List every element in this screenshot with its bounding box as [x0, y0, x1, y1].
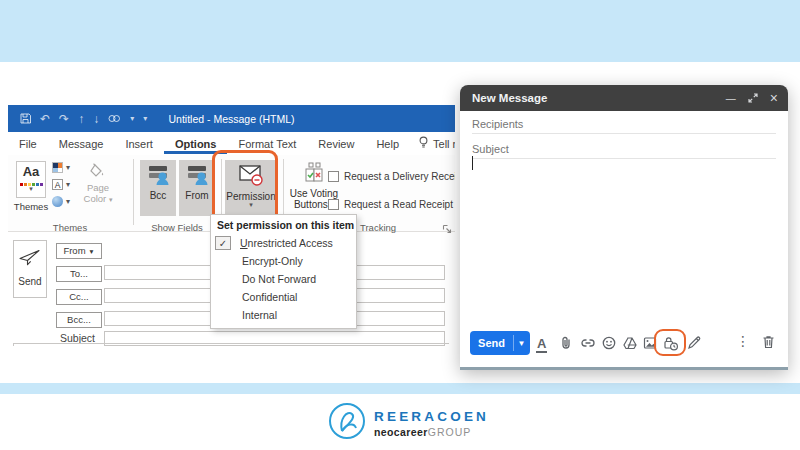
formatting-options-icon[interactable]: A	[536, 334, 552, 350]
menu-item-unrestricted-access[interactable]: ✓ Unrestricted Access	[211, 234, 356, 252]
redo-icon[interactable]: ↷	[59, 112, 69, 126]
from-button-label: From	[63, 245, 85, 256]
themes-aa-icon: Aa	[17, 162, 45, 182]
themes-button-label: Themes	[10, 201, 52, 212]
brand-name: REERACOEN	[374, 409, 489, 424]
lightbulb-icon	[418, 136, 429, 151]
tab-format-text[interactable]: Format Text	[227, 134, 307, 154]
permission-dropdown-menu: Set permission on this item ✓ Unrestrict…	[210, 214, 357, 329]
fonts-button[interactable]: A▾	[52, 179, 70, 190]
tab-insert[interactable]: Insert	[114, 134, 164, 154]
color-label: Color	[84, 193, 107, 204]
from-button[interactable]: From	[179, 160, 215, 216]
chevron-down-icon[interactable]: ▾	[130, 114, 134, 123]
effects-caret-icon: ▾	[66, 197, 70, 206]
gmail-compose-header[interactable]: New Message — ×	[460, 85, 788, 111]
fullscreen-icon[interactable]	[748, 89, 758, 107]
menu-item-confidential[interactable]: Confidential	[211, 288, 356, 306]
gmail-send-button[interactable]: Send ▼	[470, 331, 530, 355]
checkbox-icon	[328, 199, 339, 210]
send-options-caret-icon[interactable]: ▼	[514, 339, 529, 348]
menu-item-do-not-forward[interactable]: Do Not Forward	[211, 270, 356, 288]
bcc-field-button[interactable]: Bcc...	[56, 312, 102, 328]
cc-button-label: Cc...	[69, 291, 89, 302]
minimize-icon[interactable]: —	[726, 93, 736, 104]
cc-field-button[interactable]: Cc...	[56, 289, 102, 305]
tab-options[interactable]: Options	[164, 134, 228, 154]
tracking-dialog-launcher-icon[interactable]	[442, 220, 452, 238]
gmail-subject-field[interactable]: Subject	[472, 143, 509, 155]
to-button-label: To...	[70, 268, 88, 279]
move-up-icon[interactable]: ↑	[78, 112, 84, 126]
delivery-receipt-label: Request a Delivery Receipt	[344, 171, 455, 182]
menu-item-label: Confidential	[242, 291, 297, 303]
tab-review[interactable]: Review	[307, 134, 365, 154]
discard-draft-icon[interactable]	[761, 334, 776, 354]
field-divider	[472, 158, 776, 159]
from-field-button[interactable]: From ▼	[56, 243, 102, 259]
gmail-message-body[interactable]	[460, 167, 788, 327]
effects-icon	[52, 196, 63, 207]
tab-help[interactable]: Help	[365, 134, 410, 154]
field-divider	[472, 133, 776, 134]
check-icon: ✓	[215, 236, 231, 250]
read-receipt-label: Request a Read Receipt	[344, 199, 453, 210]
undo-icon[interactable]: ↶	[40, 112, 50, 126]
reeracoen-logo-icon	[328, 402, 366, 444]
reeracoen-logo: REERACOEN neocareerGROUP	[328, 402, 489, 444]
tracking-group-label: Tracking	[360, 222, 396, 233]
page-label: Page	[80, 182, 116, 193]
recipients-field[interactable]: Recipients	[472, 118, 523, 130]
permission-icon	[238, 163, 264, 187]
insert-emoji-icon[interactable]	[601, 335, 617, 351]
from-caret-icon: ▼	[88, 248, 94, 255]
voting-label-line1: Use Voting	[288, 188, 340, 199]
insert-link-icon[interactable]	[580, 335, 596, 351]
message-body-area[interactable]	[13, 343, 449, 346]
tell-me-box[interactable]: Tell me	[410, 136, 455, 151]
colors-button[interactable]: ▾	[52, 162, 70, 173]
link-icon[interactable]	[108, 113, 121, 124]
menu-item-label: Internal	[242, 309, 277, 321]
read-receipt-checkbox[interactable]: Request a Read Receipt	[328, 199, 453, 210]
more-options-icon[interactable]: ⋮	[736, 333, 750, 349]
send-icon	[19, 249, 41, 266]
bcc-button-label: Bcc...	[67, 314, 91, 325]
top-blue-band	[0, 0, 800, 62]
menu-item-encrypt-only[interactable]: Encrypt-Only	[211, 252, 356, 270]
move-down-icon[interactable]: ↓	[93, 112, 99, 126]
voting-icon	[302, 162, 326, 186]
page-color-button[interactable]: Page Color ▾	[80, 163, 116, 204]
attach-file-icon[interactable]	[558, 335, 574, 351]
menu-item-internal[interactable]: Internal	[211, 306, 356, 324]
brand-sub-neocareer: neocareer	[374, 426, 428, 438]
fonts-icon: A	[52, 179, 63, 190]
outlook-titlebar: ↶ ↷ ↑ ↓ ▾ ▾ Untitled - Message (HTML)	[8, 105, 455, 132]
to-field-button[interactable]: To...	[56, 266, 102, 282]
tab-message[interactable]: Message	[48, 134, 115, 154]
themes-button[interactable]: Aa ▾	[16, 161, 46, 198]
brand-sub-group: GROUP	[428, 426, 472, 438]
confidential-highlight-annotation	[654, 329, 686, 356]
save-icon[interactable]	[20, 113, 31, 124]
paint-bucket-icon	[90, 163, 106, 178]
colors-caret-icon: ▾	[66, 163, 70, 172]
bcc-button[interactable]: Bcc	[140, 160, 176, 216]
delivery-receipt-checkbox[interactable]: Request a Delivery Receipt	[328, 171, 455, 182]
gmail-send-label: Send	[470, 337, 513, 349]
bottom-blue-strip	[0, 383, 800, 394]
effects-button[interactable]: ▾	[52, 196, 70, 207]
menu-item-label: Do Not Forward	[242, 273, 316, 285]
tell-me-label: Tell me	[433, 138, 455, 150]
bcc-label: Bcc	[140, 190, 176, 201]
checkbox-icon	[328, 171, 339, 182]
insert-signature-icon[interactable]	[686, 335, 702, 351]
themes-group-label: Themes	[10, 222, 130, 233]
outlook-window: ↶ ↷ ↑ ↓ ▾ ▾ Untitled - Message (HTML) Fi…	[8, 105, 455, 346]
tab-file[interactable]: File	[8, 134, 48, 154]
close-icon[interactable]: ×	[770, 90, 778, 106]
insert-from-drive-icon[interactable]	[622, 335, 638, 351]
outlook-send-button[interactable]: Send	[13, 240, 47, 298]
page-color-caret-icon: ▾	[109, 196, 113, 203]
qat-customize-icon[interactable]: ▾	[143, 114, 147, 123]
